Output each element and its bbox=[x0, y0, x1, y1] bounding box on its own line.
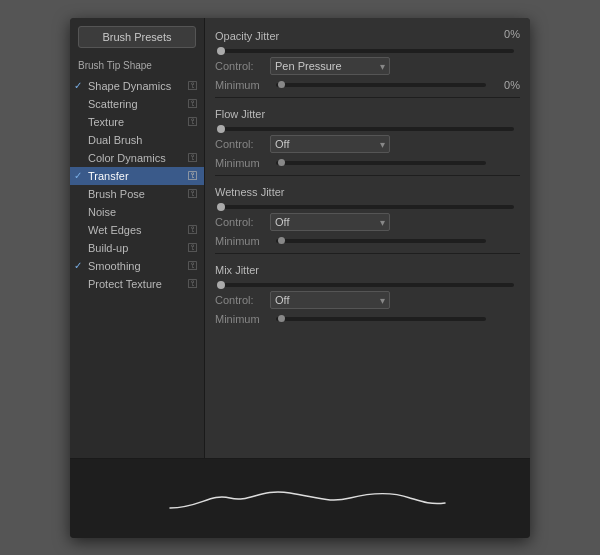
lock-icon: ⚿ bbox=[188, 152, 198, 163]
control3-select[interactable]: Off Pen Pressure Fade bbox=[270, 213, 390, 231]
sidebar-item-shape-dynamics[interactable]: ✓Shape Dynamics⚿ bbox=[70, 77, 204, 95]
lock-icon: ⚿ bbox=[188, 98, 198, 109]
sidebar-item-label: Noise bbox=[88, 206, 196, 218]
opacity-jitter-slider[interactable] bbox=[221, 49, 514, 53]
sidebar-item-label: Texture bbox=[88, 116, 186, 128]
sidebar-item-scattering[interactable]: Scattering⚿ bbox=[70, 95, 204, 113]
sidebar-item-dual-brush[interactable]: Dual Brush bbox=[70, 131, 204, 149]
flow-jitter-slider-row bbox=[215, 127, 520, 131]
control1-row: Control: Pen Pressure Off Fade Pen Tilt … bbox=[215, 57, 520, 75]
sidebar-item-build-up[interactable]: Build-up⚿ bbox=[70, 239, 204, 257]
sidebar-item-wet-edges[interactable]: Wet Edges⚿ bbox=[70, 221, 204, 239]
opacity-jitter-header: Opacity Jitter 0% bbox=[215, 24, 520, 45]
sidebar-item-label: Dual Brush bbox=[88, 134, 196, 146]
sidebar-item-label: Shape Dynamics bbox=[88, 80, 186, 92]
wetness-jitter-label: Wetness Jitter bbox=[215, 186, 285, 198]
check-icon: ✓ bbox=[74, 260, 88, 271]
minimum3-slider[interactable] bbox=[276, 239, 486, 243]
brush-tip-section-label: Brush Tip Shape bbox=[70, 56, 204, 75]
opacity-jitter-value: 0% bbox=[492, 28, 520, 40]
check-icon: ✓ bbox=[74, 170, 88, 181]
minimum1-row: Minimum 0% bbox=[215, 79, 520, 91]
control1-select-wrapper: Pen Pressure Off Fade Pen Tilt Stylus Wh… bbox=[270, 57, 390, 75]
lock-icon: ⚿ bbox=[188, 188, 198, 199]
wetness-jitter-slider-row bbox=[215, 205, 520, 209]
sidebar-item-label: Color Dynamics bbox=[88, 152, 186, 164]
sidebar-item-texture[interactable]: Texture⚿ bbox=[70, 113, 204, 131]
sidebar-item-protect-texture[interactable]: Protect Texture⚿ bbox=[70, 275, 204, 293]
minimum1-label: Minimum bbox=[215, 79, 270, 91]
mix-jitter-label: Mix Jitter bbox=[215, 264, 259, 276]
minimum2-label: Minimum bbox=[215, 157, 270, 169]
control3-label: Control: bbox=[215, 216, 270, 228]
sidebar-item-label: Brush Pose bbox=[88, 188, 186, 200]
sidebar-item-label: Transfer bbox=[88, 170, 186, 182]
minimum3-row: Minimum bbox=[215, 235, 520, 247]
control4-row: Control: Off Pen Pressure Fade bbox=[215, 291, 520, 309]
sidebar-item-label: Build-up bbox=[88, 242, 186, 254]
sidebar-item-smoothing[interactable]: ✓Smoothing⚿ bbox=[70, 257, 204, 275]
sidebar-item-label: Wet Edges bbox=[88, 224, 186, 236]
flow-jitter-label: Flow Jitter bbox=[215, 108, 265, 120]
control1-label: Control: bbox=[215, 60, 270, 72]
mix-jitter-slider[interactable] bbox=[221, 283, 514, 287]
brush-stroke-preview bbox=[150, 473, 450, 523]
sidebar: Brush Presets Brush Tip Shape ✓Shape Dyn… bbox=[70, 18, 205, 458]
sidebar-item-brush-pose[interactable]: Brush Pose⚿ bbox=[70, 185, 204, 203]
sidebar-item-label: Scattering bbox=[88, 98, 186, 110]
brush-panel: Brush Presets Brush Tip Shape ✓Shape Dyn… bbox=[70, 18, 530, 538]
control2-label: Control: bbox=[215, 138, 270, 150]
control3-row: Control: Off Pen Pressure Fade bbox=[215, 213, 520, 231]
control1-select[interactable]: Pen Pressure Off Fade Pen Tilt Stylus Wh… bbox=[270, 57, 390, 75]
lock-icon: ⚿ bbox=[188, 260, 198, 271]
minimum4-row: Minimum bbox=[215, 313, 520, 325]
control4-select-wrapper: Off Pen Pressure Fade bbox=[270, 291, 390, 309]
minimum4-slider[interactable] bbox=[276, 317, 486, 321]
lock-icon: ⚿ bbox=[188, 170, 198, 181]
sidebar-item-color-dynamics[interactable]: Color Dynamics⚿ bbox=[70, 149, 204, 167]
control2-select[interactable]: Off Pen Pressure Fade bbox=[270, 135, 390, 153]
lock-icon: ⚿ bbox=[188, 278, 198, 289]
sidebar-item-label: Protect Texture bbox=[88, 278, 186, 290]
sidebar-items-container: ✓Shape Dynamics⚿Scattering⚿Texture⚿Dual … bbox=[70, 77, 204, 293]
lock-icon: ⚿ bbox=[188, 116, 198, 127]
flow-jitter-slider[interactable] bbox=[221, 127, 514, 131]
divider1 bbox=[215, 97, 520, 98]
minimum1-slider[interactable] bbox=[276, 83, 486, 87]
sidebar-item-transfer[interactable]: ✓Transfer⚿ bbox=[70, 167, 204, 185]
control2-row: Control: Off Pen Pressure Fade bbox=[215, 135, 520, 153]
wetness-jitter-slider[interactable] bbox=[221, 205, 514, 209]
control4-label: Control: bbox=[215, 294, 270, 306]
brush-preview-area bbox=[70, 458, 530, 538]
minimum4-label: Minimum bbox=[215, 313, 270, 325]
divider3 bbox=[215, 253, 520, 254]
control4-select[interactable]: Off Pen Pressure Fade bbox=[270, 291, 390, 309]
minimum3-label: Minimum bbox=[215, 235, 270, 247]
brush-presets-button[interactable]: Brush Presets bbox=[78, 26, 196, 48]
control3-select-wrapper: Off Pen Pressure Fade bbox=[270, 213, 390, 231]
mix-jitter-slider-row bbox=[215, 283, 520, 287]
check-icon: ✓ bbox=[74, 80, 88, 91]
divider2 bbox=[215, 175, 520, 176]
minimum1-value: 0% bbox=[492, 79, 520, 91]
panel-body: Brush Presets Brush Tip Shape ✓Shape Dyn… bbox=[70, 18, 530, 458]
sidebar-item-label: Smoothing bbox=[88, 260, 186, 272]
opacity-jitter-label: Opacity Jitter bbox=[215, 30, 279, 42]
flow-jitter-header: Flow Jitter bbox=[215, 102, 520, 123]
right-panel: Opacity Jitter 0% Control: Pen Pressure … bbox=[205, 18, 530, 458]
sidebar-item-noise[interactable]: Noise bbox=[70, 203, 204, 221]
wetness-jitter-header: Wetness Jitter bbox=[215, 180, 520, 201]
lock-icon: ⚿ bbox=[188, 80, 198, 91]
lock-icon: ⚿ bbox=[188, 242, 198, 253]
minimum2-slider[interactable] bbox=[276, 161, 486, 165]
opacity-jitter-slider-row bbox=[215, 49, 520, 53]
control2-select-wrapper: Off Pen Pressure Fade bbox=[270, 135, 390, 153]
mix-jitter-header: Mix Jitter bbox=[215, 258, 520, 279]
minimum2-row: Minimum bbox=[215, 157, 520, 169]
lock-icon: ⚿ bbox=[188, 224, 198, 235]
